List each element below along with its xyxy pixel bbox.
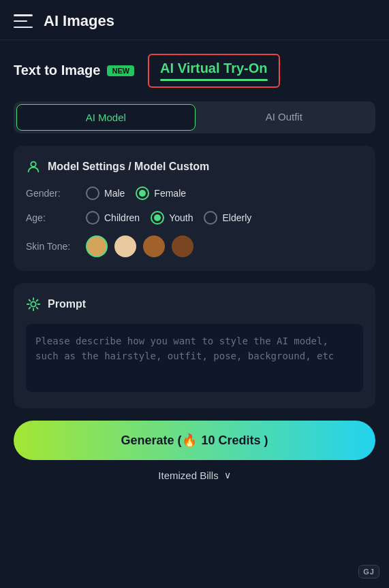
svg-point-1	[31, 301, 35, 306]
gender-label: Gender:	[26, 188, 75, 199]
skin-tone-3[interactable]	[143, 235, 165, 257]
model-settings-title: Model Settings / Model Custom	[26, 159, 363, 174]
text-to-image-label: Text to Image	[14, 63, 100, 78]
svg-line-8	[37, 299, 38, 301]
model-settings-card: Model Settings / Model Custom Gender: Ma…	[14, 146, 375, 271]
skin-tone-1[interactable]	[86, 235, 108, 257]
prompt-card: Prompt	[14, 283, 375, 408]
text-to-image-section: Text to Image NEW	[14, 63, 134, 78]
age-row: Age: Children Youth Elderly	[26, 211, 363, 225]
new-badge: NEW	[107, 65, 134, 76]
prompt-textarea[interactable]	[26, 324, 363, 392]
svg-line-6	[29, 299, 31, 301]
gender-female-radio[interactable]	[136, 186, 149, 200]
flame-icon: 🔥	[182, 434, 197, 447]
svg-point-0	[31, 161, 35, 166]
gender-male-radio[interactable]	[86, 186, 99, 200]
age-radio-group: Children Youth Elderly	[86, 211, 251, 225]
age-elderly-radio[interactable]	[204, 211, 217, 225]
top-tabs-row: Text to Image NEW AI Virtual Try-On	[14, 54, 375, 88]
gender-male-option[interactable]: Male	[86, 186, 125, 200]
svg-line-7	[37, 307, 38, 308]
skin-tone-label: Skin Tone:	[26, 241, 75, 252]
skin-tone-4[interactable]	[172, 235, 193, 257]
main-content: Text to Image NEW AI Virtual Try-On AI M…	[0, 40, 389, 549]
age-youth-option[interactable]: Youth	[151, 211, 193, 225]
chevron-down-icon: ∨	[224, 470, 231, 480]
age-children-option[interactable]: Children	[86, 211, 140, 225]
skin-tone-group	[86, 235, 193, 257]
gender-female-option[interactable]: Female	[136, 186, 186, 200]
age-elderly-option[interactable]: Elderly	[204, 211, 251, 225]
svg-line-9	[29, 307, 31, 308]
age-youth-radio[interactable]	[151, 211, 164, 225]
hamburger-menu-icon[interactable]	[14, 14, 33, 28]
itemized-bills-row[interactable]: Itemized Bills ∨	[14, 460, 375, 495]
skin-tone-row: Skin Tone:	[26, 235, 363, 257]
prompt-icon	[26, 297, 41, 312]
app-title: AI Images	[44, 12, 114, 30]
user-settings-icon	[26, 159, 41, 174]
age-children-radio[interactable]	[86, 211, 99, 225]
age-label: Age:	[26, 212, 75, 223]
sub-tabs: AI Model AI Outfit	[14, 101, 375, 133]
tab-ai-model[interactable]: AI Model	[16, 104, 196, 131]
skin-tone-2[interactable]	[114, 235, 136, 257]
gender-radio-group: Male Female	[86, 186, 186, 200]
tab-ai-outfit[interactable]: AI Outfit	[196, 104, 373, 131]
gender-row: Gender: Male Female	[26, 186, 363, 200]
generate-button[interactable]: Generate (🔥 10 Credits )	[14, 421, 375, 460]
watermark: GJ	[358, 565, 379, 578]
app-header: AI Images	[0, 0, 389, 40]
prompt-title: Prompt	[26, 297, 363, 312]
ai-virtual-tryon-tab[interactable]: AI Virtual Try-On	[148, 54, 279, 88]
